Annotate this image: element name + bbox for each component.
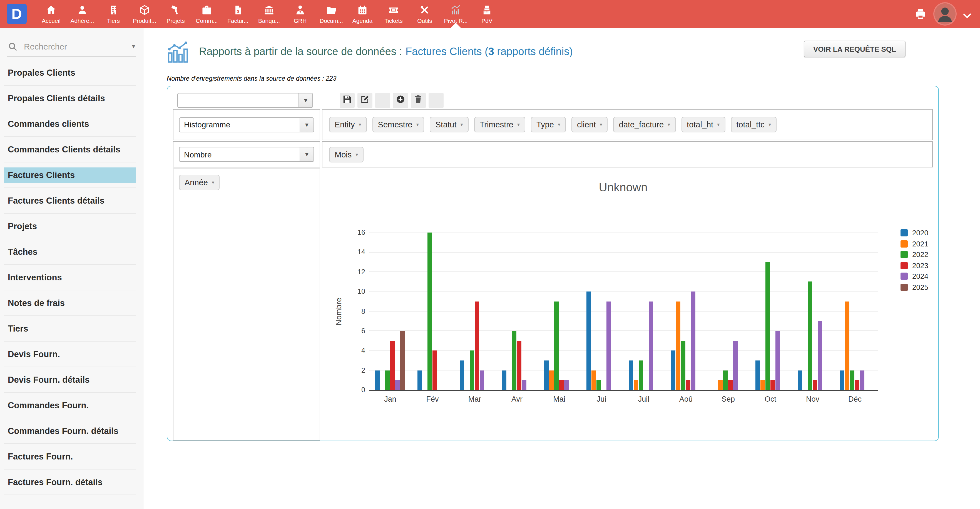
bar-2023-Aoû[interactable] — [686, 380, 690, 390]
nav-item-grh[interactable]: GRH — [285, 0, 316, 28]
bar-2021-Jui[interactable] — [592, 370, 596, 390]
nav-item-adhre[interactable]: Adhére... — [67, 0, 98, 28]
bar-2022-Jan[interactable] — [385, 370, 390, 390]
bar-2022-Oct[interactable] — [765, 262, 770, 390]
bar-2024-Jui[interactable] — [606, 302, 611, 390]
sidebar-item[interactable]: Notes de frais — [4, 290, 136, 316]
legend-item-2024[interactable]: 2024 — [900, 271, 928, 282]
legend-item-2020[interactable]: 2020 — [900, 228, 928, 238]
field-pill-type[interactable]: Type — [531, 117, 566, 132]
sidebar-item[interactable]: Propales Clients détails — [4, 86, 136, 111]
field-pill-date_facture[interactable]: date_facture — [613, 117, 676, 132]
measure-select[interactable]: Nombre ▼ — [179, 147, 314, 162]
save-button[interactable] — [340, 93, 355, 108]
field-pill-entity[interactable]: Entity — [329, 117, 367, 132]
sidebar-item[interactable]: Projets — [4, 214, 136, 239]
blank-tool-button[interactable] — [375, 93, 390, 108]
bar-2021-Oct[interactable] — [760, 380, 765, 390]
bar-2022-Mar[interactable] — [470, 351, 474, 390]
bar-2021-Juil[interactable] — [634, 380, 638, 390]
bar-2020-Oct[interactable] — [756, 361, 760, 390]
sidebar-item[interactable]: Commandes Fourn. détails — [4, 418, 136, 444]
search-input[interactable] — [23, 41, 132, 52]
bar-2023-Oct[interactable] — [770, 380, 775, 390]
sidebar-item[interactable]: Propales Clients — [4, 60, 136, 86]
field-pill-client[interactable]: client — [571, 117, 608, 132]
bar-2022-Aoû[interactable] — [681, 341, 686, 390]
field-pill-total_ht[interactable]: total_ht — [681, 117, 725, 132]
bar-2021-Déc[interactable] — [845, 302, 850, 390]
bar-2024-Nov[interactable] — [818, 321, 822, 390]
field-pill-statut[interactable]: Statut — [430, 117, 469, 132]
bar-2022-Déc[interactable] — [850, 370, 854, 390]
bar-2020-Juil[interactable] — [629, 361, 633, 390]
nav-item-agenda[interactable]: Agenda — [347, 0, 378, 28]
trash-button[interactable] — [411, 93, 426, 108]
nav-item-projets[interactable]: Projets — [160, 0, 191, 28]
nav-item-outils[interactable]: Outils — [409, 0, 440, 28]
nav-item-banqu[interactable]: Banqu... — [253, 0, 285, 28]
legend-item-2021[interactable]: 2021 — [900, 238, 928, 249]
legend-item-2022[interactable]: 2022 — [900, 249, 928, 260]
bar-2022-Fév[interactable] — [428, 233, 432, 390]
nav-item-tiers[interactable]: Tiers — [98, 0, 129, 28]
sidebar-item[interactable]: Tâches — [4, 239, 136, 265]
bar-2024-Avr[interactable] — [522, 380, 527, 390]
dolibarr-logo[interactable]: D — [7, 4, 27, 24]
page-title-source-link[interactable]: Factures Clients (3 rapports définis) — [406, 46, 573, 57]
bar-2021-Aoû[interactable] — [676, 302, 680, 390]
user-avatar[interactable] — [934, 3, 956, 24]
bar-2020-Mai[interactable] — [544, 361, 549, 390]
field-pill-total_ttc[interactable]: total_ttc — [731, 117, 776, 132]
bar-2020-Aoû[interactable] — [671, 351, 675, 390]
legend-item-2025[interactable]: 2025 — [900, 282, 928, 293]
print-icon[interactable] — [915, 8, 927, 20]
legend-item-2023[interactable]: 2023 — [900, 260, 928, 271]
sidebar-item[interactable]: Devis Fourn. — [4, 341, 136, 367]
bar-2023-Mar[interactable] — [475, 302, 479, 390]
bar-2023-Avr[interactable] — [517, 341, 522, 390]
bar-2022-Jui[interactable] — [597, 380, 601, 390]
bar-2024-Mai[interactable] — [564, 380, 569, 390]
sidebar-item[interactable]: Commandes Fourn. — [4, 393, 136, 418]
chevron-down-icon[interactable] — [963, 11, 971, 17]
bar-2020-Déc[interactable] — [840, 370, 844, 390]
nav-item-tickets[interactable]: Tickets — [378, 0, 409, 28]
bar-2023-Jan[interactable] — [390, 341, 395, 390]
nav-item-docum[interactable]: Docum... — [316, 0, 347, 28]
bar-2022-Nov[interactable] — [808, 282, 812, 390]
sidebar-item[interactable]: Factures Clients — [4, 163, 136, 188]
sidebar-item[interactable]: Interventions — [4, 265, 136, 290]
view-sql-button[interactable]: VOIR LA REQUÊTE SQL — [804, 41, 905, 57]
bar-2024-Oct[interactable] — [775, 331, 780, 390]
field-pill-trimestre[interactable]: Trimestre — [474, 117, 525, 132]
nav-item-accueil[interactable]: Accueil — [36, 0, 67, 28]
bar-2024-Déc[interactable] — [860, 370, 864, 390]
edit-button[interactable] — [358, 93, 372, 108]
field-pill-année[interactable]: Année — [179, 175, 220, 190]
sidebar-item[interactable]: Commandes Clients détails — [4, 137, 136, 163]
bar-2025-Jan[interactable] — [400, 331, 405, 390]
bar-2024-Jan[interactable] — [395, 380, 400, 390]
bar-2020-Fév[interactable] — [417, 370, 422, 390]
sidebar-item[interactable]: Factures Fourn. détails — [4, 469, 136, 495]
bar-2023-Sep[interactable] — [728, 380, 733, 390]
bar-2023-Nov[interactable] — [813, 380, 817, 390]
nav-item-produit[interactable]: Produit... — [129, 0, 160, 28]
bar-2024-Sep[interactable] — [733, 341, 738, 390]
nav-item-factur[interactable]: $Factur... — [222, 0, 253, 28]
bar-2022-Mai[interactable] — [554, 302, 558, 390]
sidebar-item[interactable]: Factures Clients détails — [4, 188, 136, 214]
blank-tool-button[interactable] — [429, 93, 444, 108]
nav-item-comm[interactable]: Comm... — [191, 0, 222, 28]
bar-2020-Jui[interactable] — [587, 292, 591, 390]
bar-2020-Jan[interactable] — [375, 370, 380, 390]
bar-2023-Fév[interactable] — [433, 351, 437, 390]
nav-item-pdv[interactable]: PdV — [471, 0, 503, 28]
bar-2020-Nov[interactable] — [798, 370, 802, 390]
chart-type-select[interactable]: Histogramme ▼ — [179, 117, 314, 132]
bar-2023-Mai[interactable] — [559, 380, 564, 390]
sidebar-item[interactable]: Devis Fourn. détails — [4, 367, 136, 393]
field-pill-mois[interactable]: Mois — [329, 147, 364, 162]
sidebar-item[interactable]: Tiers — [4, 316, 136, 341]
